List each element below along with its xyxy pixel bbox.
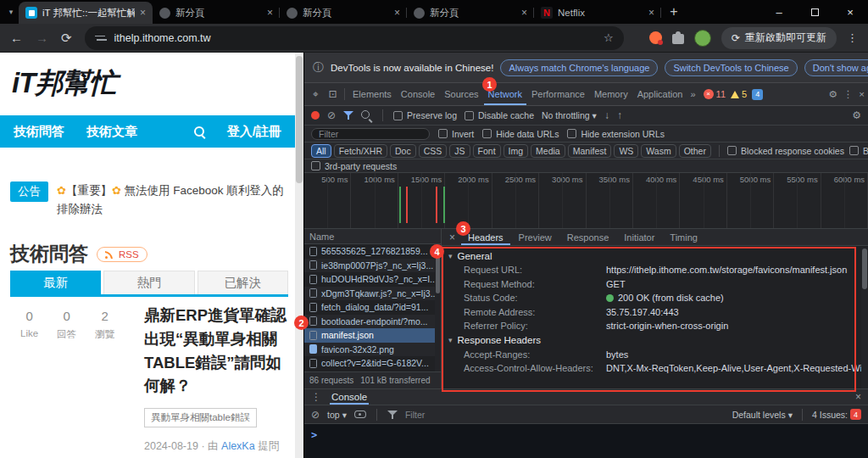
live-expression-eye-icon[interactable] (354, 411, 366, 418)
type-chip-img[interactable]: Img (504, 144, 529, 158)
tab-close-icon[interactable]: × (521, 7, 527, 19)
tab-console[interactable]: Console (397, 83, 439, 105)
nav-item-articles[interactable]: 技術文章 (86, 124, 137, 140)
disable-cache-checkbox[interactable]: Disable cache (465, 110, 534, 120)
devtools-menu-icon[interactable]: ⋮ (843, 88, 854, 100)
browser-tab-ithelp[interactable]: iT 邦幫忙::一起幫忙解決難... × (19, 2, 153, 24)
device-toolbar-icon[interactable]: ⊡ (325, 88, 341, 100)
tab-timing[interactable]: Timing (663, 229, 704, 245)
type-chip-wasm[interactable]: Wasm (641, 144, 676, 158)
browser-tab-newtab-1[interactable]: 新分頁 × (153, 2, 280, 24)
request-row[interactable]: manifest.json (304, 328, 441, 343)
issues-counter[interactable]: 4 Issues: 4 (812, 409, 861, 420)
request-row[interactable]: bootloader-endpoint/?mo... (304, 315, 441, 329)
type-chip-other[interactable]: Other (679, 144, 711, 158)
hide-extension-urls-checkbox[interactable]: Hide extension URLs (567, 129, 665, 139)
type-chip-all[interactable]: All (311, 144, 331, 158)
type-chip-fetch-xhr[interactable]: Fetch/XHR (334, 144, 387, 158)
clear-console-icon[interactable]: ⊘ (311, 409, 320, 421)
section-header[interactable]: ▾General (442, 249, 868, 263)
filter-input[interactable] (311, 128, 430, 140)
request-row[interactable]: fetch_dialog_data/?id=91... (304, 300, 441, 315)
site-settings-icon[interactable] (95, 33, 107, 43)
question-list-item[interactable]: 0 Like 0 回答 2 瀏覽 鼎新ERP進貨單確認出現“異動單身相關TABL… (10, 297, 288, 458)
tab-search-icon[interactable]: ▾ (3, 0, 19, 24)
log-levels-dropdown[interactable]: Default levels ▾ (732, 410, 793, 420)
tab-popular[interactable]: 熱門 (103, 271, 194, 294)
devtools-close-icon[interactable]: × (859, 89, 865, 99)
question-title[interactable]: 鼎新ERP進貨單確認出現“異動單身相關TABLE錯誤”請問如何解？ (144, 304, 288, 398)
browser-menu-icon[interactable]: ⋮ (847, 31, 858, 44)
scrollbar-thumb[interactable] (862, 249, 867, 289)
close-drawer-icon[interactable]: × (855, 391, 861, 403)
section-header[interactable]: ▾Response Headers (442, 333, 868, 348)
switch-chinese-button[interactable]: Switch DevTools to Chinese (665, 59, 797, 76)
tab-response[interactable]: Response (560, 229, 616, 245)
bookmark-star-icon[interactable]: ☆ (604, 31, 614, 44)
match-language-button[interactable]: Always match Chrome's language (500, 59, 658, 76)
type-chip-media[interactable]: Media (531, 144, 565, 158)
tab-close-icon[interactable]: × (267, 7, 273, 19)
login-link[interactable]: 登入/註冊 (227, 124, 281, 140)
tab-close-icon[interactable]: × (394, 7, 400, 19)
forward-button[interactable]: → (36, 31, 48, 45)
back-button[interactable]: ← (10, 31, 23, 45)
blocked-cookies-checkbox[interactable]: Blocked response cookies (727, 146, 844, 156)
minimize-button[interactable]: – (761, 0, 797, 24)
settings-gear-icon[interactable]: ⚙ (828, 88, 837, 100)
export-har-icon[interactable]: ↑ (617, 109, 622, 121)
announcement[interactable]: 公告 ✿【重要】✿ 無法使用 Facebook 順利登入的排除辦法 (10, 182, 288, 220)
tab-memory[interactable]: Memory (590, 83, 632, 105)
nav-item-qa[interactable]: 技術問答 (14, 124, 64, 140)
inspect-element-icon[interactable]: ⌖ (308, 88, 324, 100)
console-drawer-tab[interactable]: Console (330, 389, 369, 405)
context-selector[interactable]: top ▾ (327, 410, 347, 420)
drawer-menu-icon[interactable]: ⋮ (311, 391, 321, 403)
extensions-puzzle-icon[interactable] (672, 34, 684, 44)
throttling-dropdown[interactable]: No throttling ▾ (542, 110, 597, 120)
name-column-header[interactable]: Name (304, 229, 441, 244)
filter-toggle-icon[interactable] (343, 110, 353, 120)
browser-tab-newtab-3[interactable]: 新分頁 × (407, 2, 534, 24)
network-settings-gear-icon[interactable]: ⚙ (852, 109, 861, 121)
address-bar[interactable]: ithelp.ithome.com.tw ☆ (85, 26, 624, 50)
tab-elements[interactable]: Elements (348, 83, 396, 105)
request-row[interactable]: favicon-32x32.png (304, 343, 441, 357)
tab-sources[interactable]: Sources (440, 83, 482, 105)
tab-close-icon[interactable]: × (648, 7, 654, 19)
clear-icon[interactable]: ⊘ (327, 109, 336, 121)
record-button[interactable] (311, 111, 320, 120)
type-chip-manifest[interactable]: Manifest (568, 144, 612, 158)
invert-checkbox[interactable]: Invert (438, 129, 474, 139)
page-scrollbar-thumb[interactable] (296, 56, 303, 183)
request-row[interactable]: huDOUHdR9dVJs?_nc_x=I... (304, 272, 441, 287)
details-scrollbar[interactable] (861, 247, 868, 388)
profile-avatar[interactable] (694, 30, 711, 47)
browser-tab-newtab-2[interactable]: 新分頁 × (280, 2, 407, 24)
reload-button[interactable]: ⟳ (61, 31, 72, 46)
import-har-icon[interactable]: ↓ (604, 109, 609, 121)
request-row[interactable]: collect?v=2&tid=G-6182V... (304, 356, 441, 371)
page-scrollbar[interactable] (295, 53, 303, 458)
preserve-log-checkbox[interactable]: Preserve log (393, 110, 457, 120)
request-row[interactable]: xDgm3Tqkawr.js?_nc_x=Ij3... (304, 287, 441, 301)
hide-data-urls-checkbox[interactable]: Hide data URLs (482, 129, 559, 139)
type-chip-js[interactable]: JS (449, 144, 470, 158)
search-requests-icon[interactable] (361, 110, 372, 121)
blocked-requests-checkbox[interactable]: Blocked requests (849, 146, 868, 156)
tab-application[interactable]: Application (633, 83, 687, 105)
tab-solved[interactable]: 已解決 (198, 271, 288, 294)
type-chip-ws[interactable]: WS (614, 144, 638, 158)
rss-button[interactable]: RSS (97, 247, 147, 262)
warning-badge[interactable]: 5 (731, 89, 747, 99)
more-tabs-icon[interactable]: » (687, 89, 698, 99)
error-badge[interactable]: × 11 (704, 89, 726, 99)
network-overview-timeline[interactable]: 500 ms1000 ms1500 ms2000 ms2500 ms3000 m… (304, 173, 868, 229)
tab-close-icon[interactable]: × (140, 7, 146, 19)
tab-performance[interactable]: Performance (527, 83, 589, 105)
maximize-button[interactable] (797, 0, 832, 24)
search-icon[interactable] (194, 126, 205, 137)
request-list-scrollbar[interactable] (435, 244, 441, 371)
request-row[interactable]: 565535625_1276821859... (304, 244, 441, 259)
close-window-button[interactable]: × (832, 0, 868, 24)
